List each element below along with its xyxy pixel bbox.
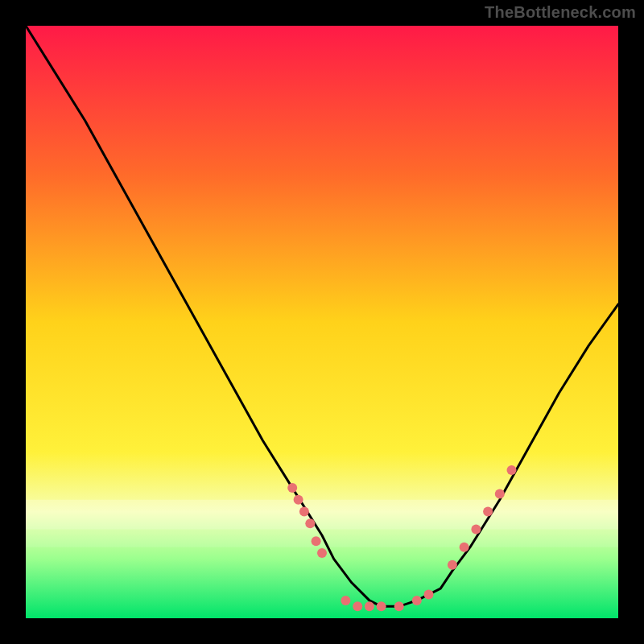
plot-area bbox=[26, 26, 618, 618]
data-point bbox=[424, 590, 434, 600]
data-point bbox=[341, 596, 350, 605]
data-point bbox=[317, 548, 327, 558]
glow-band bbox=[26, 530, 618, 547]
glow-band bbox=[26, 500, 618, 530]
data-point bbox=[377, 601, 386, 611]
data-point bbox=[507, 465, 517, 475]
data-point bbox=[448, 560, 457, 570]
data-point bbox=[299, 507, 309, 517]
data-point bbox=[294, 495, 303, 505]
attribution-text: TheBottleneck.com bbox=[485, 3, 636, 22]
chart-svg bbox=[26, 26, 618, 618]
chart-container: TheBottleneck.com bbox=[0, 0, 644, 644]
data-point bbox=[365, 601, 374, 611]
data-point bbox=[353, 601, 362, 611]
data-point bbox=[394, 601, 404, 611]
data-point bbox=[495, 489, 505, 498]
data-point bbox=[471, 525, 481, 535]
data-point bbox=[483, 507, 493, 517]
data-point bbox=[287, 483, 297, 493]
data-point bbox=[305, 518, 315, 528]
data-point bbox=[412, 596, 422, 605]
data-point bbox=[460, 543, 469, 552]
data-point bbox=[312, 536, 321, 546]
